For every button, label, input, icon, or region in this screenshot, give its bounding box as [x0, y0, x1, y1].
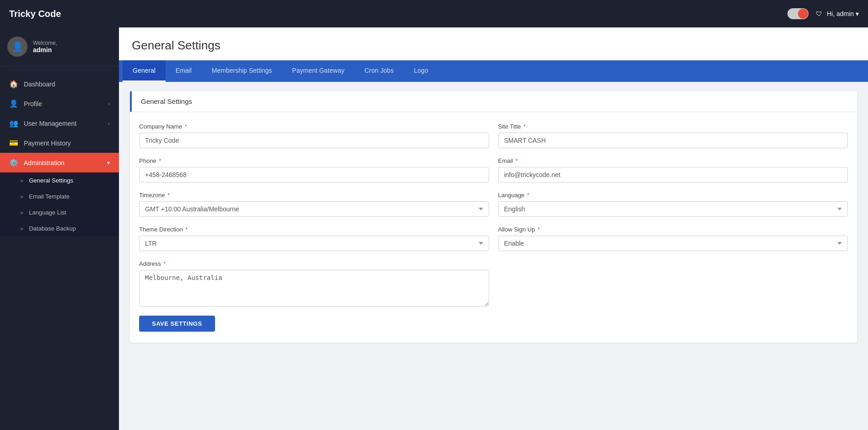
sidebar: 👤 Welcome, admin 🏠 Dashboard 👤 Profile ›…	[0, 27, 119, 430]
required-marker: *	[157, 157, 162, 164]
company-name-label: Company Name *	[139, 123, 489, 130]
tabs-bar: General Email Membership Settings Paymen…	[119, 60, 868, 82]
submenu-label: Language List	[29, 209, 66, 216]
submenu-label: Email Template	[29, 193, 70, 200]
theme-direction-group: Theme Direction * LTR RTL	[139, 226, 489, 251]
tab-membership-settings[interactable]: Membership Settings	[202, 60, 282, 82]
phone-group: Phone *	[139, 157, 489, 183]
tab-cron-jobs[interactable]: Cron Jobs	[355, 60, 404, 82]
submenu-email-template[interactable]: Email Template	[0, 188, 119, 204]
topnav: Tricky Code 🛡 Hi, admin ▾	[0, 0, 868, 27]
theme-direction-select[interactable]: LTR RTL	[139, 236, 489, 251]
language-select[interactable]: English French German	[498, 201, 848, 217]
main-content: General Settings General Email Membershi…	[119, 27, 868, 430]
profile-icon: 👤	[9, 99, 18, 108]
required-marker: *	[525, 192, 529, 199]
sidebar-item-administration[interactable]: ⚙️ Administration ▾	[0, 153, 119, 172]
submenu-language-list[interactable]: Language List	[0, 204, 119, 220]
sidebar-user-info: 👤 Welcome, admin	[0, 27, 119, 66]
address-group: Address * Melbourne, Australia	[139, 260, 494, 306]
page-title: General Settings	[132, 38, 855, 53]
timezone-group: Timezone * GMT +10:00 Australia/Melbourn…	[139, 192, 489, 217]
sidebar-item-payment-history[interactable]: 💳 Payment History	[0, 133, 119, 153]
email-input[interactable]	[498, 167, 848, 183]
sidebar-item-label: Administration	[24, 159, 102, 167]
timezone-label: Timezone *	[139, 192, 489, 199]
avatar: 👤	[7, 37, 27, 57]
sidebar-item-user-management[interactable]: 👥 User Management ›	[0, 113, 119, 133]
general-settings-card: General Settings Company Name * Site	[130, 91, 857, 343]
payment-icon: 💳	[9, 139, 18, 147]
shield-icon: 🛡	[816, 10, 824, 18]
site-title-input[interactable]	[498, 133, 848, 148]
email-label: Email *	[498, 157, 848, 164]
submenu-general-settings[interactable]: General Settings	[0, 172, 119, 188]
brand-name: Tricky Code	[9, 9, 61, 19]
sidebar-item-label: Dashboard	[24, 81, 110, 88]
required-marker: *	[183, 226, 188, 233]
language-group: Language * English French German	[498, 192, 848, 217]
dashboard-icon: 🏠	[9, 80, 18, 88]
required-marker: *	[166, 192, 170, 199]
site-title-label: Site Title *	[498, 123, 848, 130]
tab-email[interactable]: Email	[166, 60, 202, 82]
sidebar-item-label: Payment History	[24, 140, 110, 147]
save-settings-button[interactable]: SAVE SETTINGS	[139, 316, 215, 332]
page-header: General Settings	[119, 27, 868, 60]
allow-signup-label: Allow Sign Up *	[498, 226, 848, 233]
company-name-input[interactable]	[139, 133, 489, 148]
chevron-right-icon: ›	[108, 120, 110, 127]
tab-logo[interactable]: Logo	[404, 60, 438, 82]
section-title: General Settings	[130, 91, 857, 112]
address-label: Address *	[139, 260, 489, 267]
theme-direction-label: Theme Direction *	[139, 226, 489, 233]
welcome-text: Welcome,	[33, 40, 57, 46]
site-title-group: Site Title *	[498, 123, 848, 148]
username-label: admin	[33, 46, 57, 54]
phone-input[interactable]	[139, 167, 489, 183]
timezone-select[interactable]: GMT +10:00 Australia/Melbourne GMT +0:00…	[139, 201, 489, 217]
required-marker: *	[183, 123, 187, 130]
chevron-down-icon: ▾	[107, 160, 110, 166]
sidebar-item-dashboard[interactable]: 🏠 Dashboard	[0, 74, 119, 94]
email-group: Email *	[498, 157, 848, 183]
chevron-right-icon: ›	[108, 101, 110, 107]
required-marker: *	[522, 123, 526, 130]
address-textarea[interactable]: Melbourne, Australia	[139, 270, 489, 306]
user-menu[interactable]: 🛡 Hi, admin ▾	[816, 10, 859, 18]
tab-general[interactable]: General	[123, 60, 166, 82]
phone-label: Phone *	[139, 157, 489, 164]
required-marker: *	[162, 260, 166, 267]
company-name-group: Company Name *	[139, 123, 489, 148]
sidebar-item-label: User Management	[24, 120, 102, 127]
allow-signup-group: Allow Sign Up * Enable Disable	[498, 226, 848, 251]
required-marker: *	[514, 157, 518, 164]
settings-icon: ⚙️	[9, 158, 18, 167]
admin-submenu: General Settings Email Template Language…	[0, 172, 119, 236]
theme-toggle[interactable]	[787, 8, 809, 19]
sidebar-item-label: Profile	[24, 100, 102, 108]
submenu-label: Database Backup	[29, 225, 76, 232]
submenu-label: General Settings	[29, 177, 73, 184]
sidebar-item-profile[interactable]: 👤 Profile ›	[0, 94, 119, 113]
submenu-database-backup[interactable]: Database Backup	[0, 220, 119, 236]
users-icon: 👥	[9, 119, 18, 128]
tab-payment-gateway[interactable]: Payment Gateway	[282, 60, 354, 82]
language-label: Language *	[498, 192, 848, 199]
allow-signup-select[interactable]: Enable Disable	[498, 236, 848, 251]
required-marker: *	[536, 226, 540, 233]
